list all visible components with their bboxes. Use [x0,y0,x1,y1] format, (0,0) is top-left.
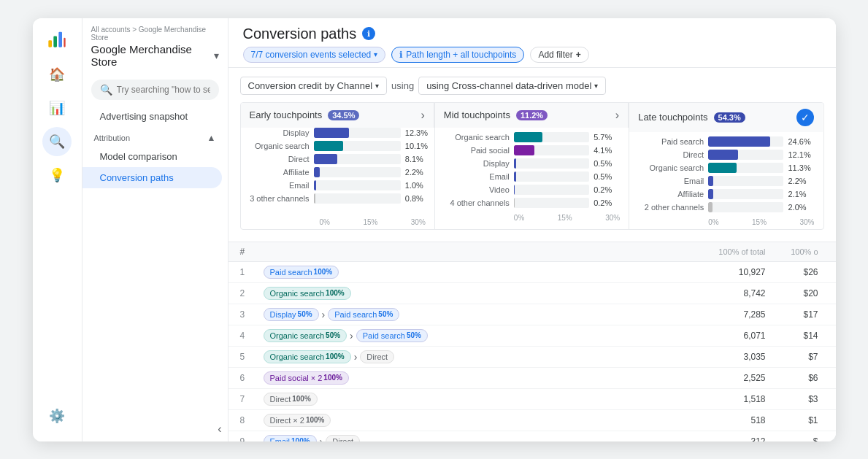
page-title-row: Conversion paths ℹ [243,26,821,42]
path-chips: Display 50%›Paid search 50% [264,308,678,321]
row-revenue: $6 [766,373,824,383]
row-value: 312 [678,436,766,441]
home-icon[interactable]: 🏠 [42,60,72,89]
row-value: 518 [678,415,766,425]
bar-row: Paid social 4.1% [444,145,620,155]
nav-model-comparison[interactable]: Model comparison [82,146,222,167]
conversion-events-chip[interactable]: 7/7 conversion events selected ▾ [243,47,386,63]
early-x-axis: 0% 15% 30% [241,218,434,226]
bar-row: Email 2.2% [638,176,814,186]
row-number: 6 [240,373,264,383]
row-revenue: $7 [766,352,824,362]
table-row[interactable]: 9 Email 100%›Direct 312 $ [228,431,836,441]
path-chips: Paid social × 2 100% [264,371,678,385]
bar-value: 2.2% [788,177,814,185]
nav-header: All accounts > Google Merchandise Store … [82,26,228,74]
info-icon[interactable]: ℹ [362,27,375,40]
table-row[interactable]: 6 Paid social × 2 100% 2,525 $6 [228,368,836,389]
path-tag: Direct × 2 100% [264,414,331,427]
reports-icon[interactable]: 📊 [42,93,72,123]
mid-badge: 11.2% [516,110,548,120]
bar-value: 2.2% [405,168,431,177]
bar-track [314,193,401,204]
bar-fill [708,163,737,173]
channel-selector[interactable]: Conversion credit by Channel ▾ [240,77,388,95]
search-bar[interactable]: 🔍 [91,80,219,100]
bar-fill [708,189,713,199]
row-revenue: $26 [766,267,824,277]
bar-row: Email 0.5% [444,171,620,182]
nav-advertising-snapshot[interactable]: Advertising snapshot [82,106,222,127]
late-x-axis: 0% 15% 30% [629,218,823,226]
path-chips: Email 100%›Direct [264,435,678,441]
bar-row: Affiliate 2.2% [244,167,431,177]
bar-row: Organic search 10.1% [244,141,431,151]
table-row[interactable]: 5 Organic search 100%›Direct 3,035 $7 [228,347,836,368]
path-tag: Organic search 50% [264,329,347,342]
bar-value: 10.1% [405,142,431,150]
late-bars: Paid search 24.6% Direct 12.1% Organic s… [629,132,823,217]
row-number: 1 [240,267,264,277]
bar-label: 3 other channels [244,194,310,203]
path-tag: Organic search 100% [264,287,351,300]
bar-track [514,185,589,195]
bar-label: Video [444,185,510,194]
bar-label: 2 other channels [638,203,704,212]
row-number: 3 [240,309,264,320]
bar-label: Display [444,159,510,168]
nav-collapse-icon[interactable]: ‹ [218,423,221,436]
path-tag: Paid search 50% [328,308,399,321]
table-row[interactable]: 8 Direct × 2 100% 518 $1 [228,410,836,431]
early-bars: Display 12.3% Organic search 10.1% Direc… [241,128,434,217]
bar-row: Affiliate 2.1% [638,189,814,199]
bar-fill [708,202,713,212]
chevron-down-icon: ▾ [594,82,598,90]
row-number: 9 [240,436,264,441]
path-filter-chip[interactable]: ℹ Path length + all touchpoints [391,47,524,63]
bar-fill [708,136,770,147]
chevron-up-icon: ▲ [207,133,216,143]
bar-track [708,202,783,212]
path-tag: Direct [326,435,360,441]
add-filter-button[interactable]: Add filter + [530,47,588,63]
bar-fill [314,154,337,164]
path-chips: Direct 100% [264,393,678,406]
svg-rect-1 [53,36,57,47]
bar-fill [314,180,317,190]
early-badge: 34.5% [328,110,359,120]
bar-fill [514,198,515,208]
table-row[interactable]: 2 Organic search 100% 8,742 $20 [228,283,836,304]
bar-label: Direct [244,155,310,163]
bar-track [314,154,401,164]
advertising-icon[interactable]: 💡 [42,161,72,190]
analytics-logo [47,28,67,49]
path-arrow-icon: › [354,351,358,363]
mid-x-axis: 0% 15% 30% [435,214,629,222]
settings-icon[interactable]: ⚙️ [42,401,72,431]
store-name[interactable]: Google Merchandise Store ▾ [91,43,219,68]
bar-label: Organic search [638,163,704,172]
table-row[interactable]: 3 Display 50%›Paid search 50% 7,285 $17 [228,304,836,325]
model-selector[interactable]: using Cross-channel data-driven model ▾ [418,77,606,95]
path-tag: Direct 100% [264,393,318,406]
nav-attribution-section[interactable]: Attribution ▲ [82,127,228,146]
table-row[interactable]: 1 Paid search 100% 10,927 $26 [228,262,836,283]
explore-icon[interactable]: 🔍 [42,127,72,156]
row-value: 1,518 [678,394,766,404]
bar-track [514,158,589,169]
row-value: 6,071 [678,331,766,341]
arrow-right-icon: › [615,109,619,122]
bar-track [708,189,783,199]
table-row[interactable]: 4 Organic search 50%›Paid search 50% 6,0… [228,325,836,347]
path-chips: Paid search 100% [264,266,678,279]
bar-fill [708,150,738,160]
bar-row: Display 0.5% [444,158,620,169]
nav-conversion-paths[interactable]: Conversion paths [82,167,222,188]
table-row[interactable]: 7 Direct 100% 1,518 $3 [228,389,836,410]
chart-section: Conversion credit by Channel ▾ using usi… [228,68,836,242]
bar-fill [314,193,315,204]
bar-row: Display 12.3% [244,128,431,138]
row-number: 4 [240,331,264,341]
search-input[interactable] [117,85,210,95]
checkmark-icon: ✓ [796,109,814,126]
